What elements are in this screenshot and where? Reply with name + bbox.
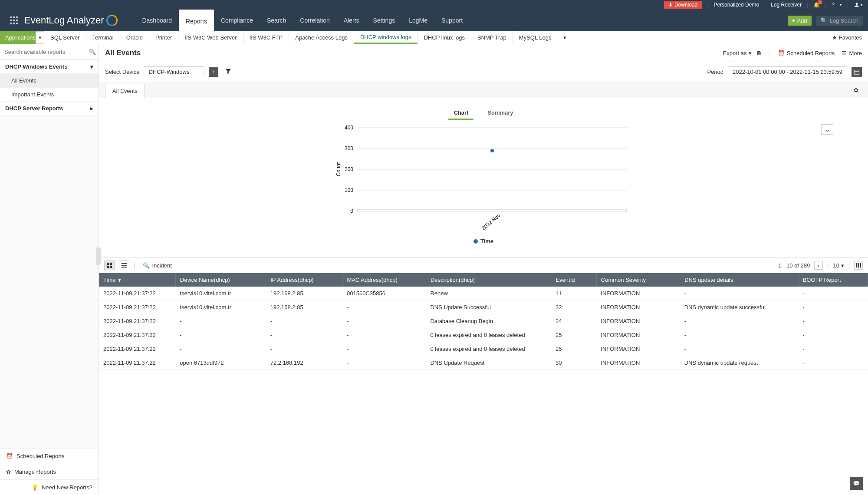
subnav-item[interactable]: IIS W3C Web Server	[178, 31, 243, 44]
tab-logme[interactable]: LogMe	[402, 10, 434, 31]
subnav-item[interactable]: Apache Access Logs	[289, 31, 354, 44]
column-header[interactable]: Common Severity	[596, 273, 680, 287]
chevron-right-icon: ▸	[90, 105, 93, 112]
table-row[interactable]: 2022-11-09 21:37:22open 6713ddf97272.2.1…	[99, 356, 868, 370]
tab-summary[interactable]: Summary	[482, 107, 518, 120]
incident-button[interactable]: 🔍 Incident	[143, 262, 172, 269]
filter-row: Select Device DHCP-Windows + Period 2022…	[99, 62, 868, 82]
table-row[interactable]: 2022-11-09 21:37:22---Database Cleanup B…	[99, 314, 868, 328]
sidebar-collapse-handle[interactable]	[96, 248, 101, 265]
table-cell: -	[266, 328, 342, 342]
need-new-reports-link[interactable]: 💡 Need New Reports?	[0, 479, 99, 495]
subnav-item[interactable]: Terminal	[86, 31, 120, 44]
log-receiver-link[interactable]: Log Receiver	[771, 2, 802, 8]
tab-dashboard[interactable]: Dashboard	[135, 10, 179, 31]
notifications-icon[interactable]: 🔔1	[813, 2, 820, 8]
tab-compliance[interactable]: Compliance	[214, 10, 260, 31]
column-header[interactable]: BOOTP Report	[798, 273, 868, 287]
subtab-all-events[interactable]: All Events	[105, 84, 145, 98]
export-config-icon[interactable]: 🗎	[756, 50, 762, 56]
ytick-100: 100	[345, 187, 353, 193]
download-button[interactable]: ⬇ Download	[664, 1, 702, 9]
grid-view-button[interactable]	[104, 261, 115, 270]
apps-grid-icon[interactable]	[5, 16, 23, 24]
filter-icon[interactable]	[223, 68, 234, 76]
tab-settings[interactable]: Settings	[366, 10, 402, 31]
personalized-demo-link[interactable]: Personalized Demo	[713, 2, 759, 8]
calendar-button[interactable]	[852, 67, 862, 77]
favorites-link[interactable]: ★ Favorites	[826, 31, 868, 44]
tab-support[interactable]: Support	[434, 10, 470, 31]
chevron-down-icon: ▾	[36, 31, 44, 44]
sidebar-item-important-events[interactable]: Important Events	[0, 88, 99, 102]
table-cell: -	[680, 328, 799, 342]
chart-expand-toggle[interactable]: ⌄	[821, 124, 833, 135]
applications-dropdown[interactable]: Applications ▾	[0, 31, 44, 44]
sidebar-item-all-events[interactable]: All Events	[0, 74, 99, 88]
list-view-button[interactable]	[119, 261, 129, 270]
log-search-label: Log Search	[830, 17, 859, 24]
tab-chart[interactable]: Chart	[448, 107, 473, 120]
subnav-item[interactable]: SQL Server	[44, 31, 86, 44]
search-icon[interactable]: 🔍	[89, 49, 96, 55]
subnav-item[interactable]: IIS W3C FTP	[243, 31, 289, 44]
scheduled-reports-button[interactable]: ⏰ Scheduled Reports	[778, 50, 835, 56]
separator: |	[825, 2, 826, 8]
table-row[interactable]: 2022-11-09 21:37:22---0 leases expired a…	[99, 342, 868, 356]
export-as-dropdown[interactable]: Export as ▾ 🗎	[723, 50, 762, 56]
more-menu[interactable]: ☰ More	[842, 50, 862, 56]
tab-search[interactable]: Search	[260, 10, 293, 31]
data-point[interactable]	[490, 149, 494, 152]
column-header[interactable]: IP Address(dhcp)	[266, 273, 342, 287]
chart-area: Chart Summary ⌄ 400 300 200	[99, 98, 868, 257]
add-device-button[interactable]: +	[209, 67, 218, 77]
tab-correlation[interactable]: Correlation	[293, 10, 336, 31]
column-header[interactable]: Description(dhcp)	[426, 273, 551, 287]
tab-reports[interactable]: Reports	[179, 10, 214, 31]
sidebar: 🔍 DHCP Windows Events ▾ All Events Impor…	[0, 44, 99, 495]
table-row[interactable]: 2022-11-09 21:37:22tservis10.vitel.com.t…	[99, 287, 868, 300]
subnav-more-dropdown[interactable]: ▾	[558, 31, 572, 44]
sidebar-section-dhcp-server-reports[interactable]: DHCP Server Reports ▸	[0, 102, 99, 116]
column-header[interactable]: MAC Address(dhcp)	[342, 273, 426, 287]
subnav-item[interactable]: SNMP Trap	[471, 31, 513, 44]
svg-rect-20	[110, 266, 112, 268]
table-row[interactable]: 2022-11-09 21:37:22tservis10.vitel.com.t…	[99, 300, 868, 314]
section-title: DHCP Server Reports	[5, 105, 63, 112]
table-cell: DNS dynamic update request	[680, 356, 799, 370]
subnav-item[interactable]: DHCP windows logs	[354, 31, 418, 44]
subnav-item[interactable]: MySQL Logs	[513, 31, 558, 44]
help-link[interactable]: ?	[832, 2, 835, 8]
svg-rect-19	[107, 266, 109, 268]
column-header[interactable]: EventId	[551, 273, 596, 287]
table-cell: -	[680, 287, 799, 300]
incident-icon: 🔍	[143, 262, 150, 269]
sidebar-section-dhcp-windows-events[interactable]: DHCP Windows Events ▾	[0, 60, 99, 74]
user-icon[interactable]: ▾	[854, 2, 863, 8]
next-page-button[interactable]: ›	[814, 261, 823, 270]
subnav-item[interactable]: DHCP linux logs	[418, 31, 471, 44]
table-cell: Renew	[426, 287, 551, 300]
subnav-item[interactable]: Oracle	[120, 31, 149, 44]
table-cell: 24	[551, 314, 596, 328]
column-header[interactable]: Device Name(dhcp)	[175, 273, 266, 287]
period-input[interactable]: 2022-10-01 00:00:00 - 2022-11-15 23:59:5…	[728, 66, 847, 77]
chat-icon[interactable]: 💬	[850, 477, 863, 490]
table-cell: DNS dynamic update successful	[680, 300, 799, 314]
scheduled-reports-link[interactable]: ⏰ Scheduled Reports	[0, 448, 99, 464]
column-header[interactable]: Time▼	[99, 273, 175, 287]
device-select[interactable]: DHCP-Windows	[144, 66, 204, 77]
subnav-item[interactable]: Printer	[149, 31, 178, 44]
table-cell: 72.2.168.192	[266, 356, 342, 370]
manage-reports-link[interactable]: ✿ Manage Reports	[0, 464, 99, 479]
tab-alerts[interactable]: Alerts	[337, 10, 366, 31]
chart-settings-icon[interactable]: ✿	[850, 83, 862, 97]
page-size-select[interactable]: 10 ▾	[833, 262, 844, 269]
log-search-button[interactable]: 🔍 Log Search	[816, 16, 863, 26]
add-button[interactable]: + Add	[788, 16, 812, 26]
table-row[interactable]: 2022-11-09 21:37:22---0 leases expired a…	[99, 328, 868, 342]
column-settings-button[interactable]	[854, 261, 863, 270]
search-input[interactable]	[3, 47, 89, 57]
column-header[interactable]: DNS update details	[680, 273, 799, 287]
page-title: All Events	[105, 49, 141, 57]
